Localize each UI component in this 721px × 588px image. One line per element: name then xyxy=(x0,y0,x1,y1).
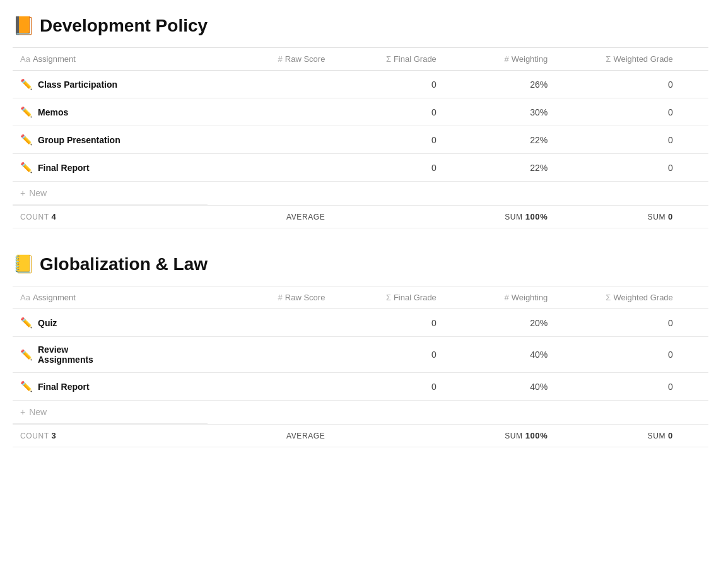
assignment-name: ReviewAssignments xyxy=(38,344,93,365)
table-row[interactable]: ✏️Quiz020%0 xyxy=(13,309,708,337)
weighted-grade-cell: 0 xyxy=(555,373,681,401)
pencil-icon: ✏️ xyxy=(20,349,33,361)
plus-icon: + xyxy=(20,407,25,417)
weighting-cell: 40% xyxy=(444,373,555,401)
col-header-weighted: ΣWeighted Grade xyxy=(555,286,681,309)
table-row[interactable]: ✏️Memos030%0 xyxy=(13,98,708,126)
footer-count: COUNT 4 xyxy=(13,206,208,228)
final-grade-cell: 0 xyxy=(332,337,443,373)
raw-score-cell xyxy=(208,309,333,337)
new-row-cell[interactable]: +New xyxy=(13,401,208,424)
footer-extra xyxy=(681,206,708,228)
new-row[interactable]: +New xyxy=(13,182,708,206)
new-row[interactable]: +New xyxy=(13,401,708,425)
table-row[interactable]: ✏️Final Report022%0 xyxy=(13,154,708,182)
assignment-name: Final Report xyxy=(38,382,90,392)
weighted-grade-cell: 0 xyxy=(555,71,681,98)
footer-sum-weighting: SUM 100% xyxy=(444,206,555,228)
assignment-name: Group Presentation xyxy=(38,135,120,145)
weighting-cell: 30% xyxy=(444,98,555,126)
table-row[interactable]: ✏️Class Participation026%0 xyxy=(13,71,708,98)
col-icon-finalgrade: Σ xyxy=(386,293,391,302)
new-row-empty xyxy=(555,182,681,206)
footer-sum-weighted: SUM 0 xyxy=(555,425,681,447)
assignment-name: Class Participation xyxy=(38,79,117,90)
footer-sum-weighted: SUM 0 xyxy=(555,206,681,228)
weighted-grade-cell: 0 xyxy=(555,98,681,126)
weighted-grade-cell: 0 xyxy=(555,126,681,154)
footer-count: COUNT 3 xyxy=(13,425,208,447)
section-emoji: 📒 xyxy=(13,254,35,274)
col-header-assignment: AaAssignment xyxy=(13,286,208,309)
section-globalization-law: 📒Globalization & LawAaAssignment#Raw Sco… xyxy=(13,254,708,447)
col-header-weighting: #Weighting xyxy=(444,48,555,71)
weighting-cell: 22% xyxy=(444,126,555,154)
table-row[interactable]: ✏️ReviewAssignments040%0 xyxy=(13,337,708,373)
section-emoji: 📙 xyxy=(13,15,35,36)
assignment-cell: ✏️Group Presentation xyxy=(13,126,208,154)
pencil-icon: ✏️ xyxy=(20,78,33,90)
final-grade-cell: 0 xyxy=(332,98,443,126)
footer-row: COUNT 3AVERAGESUM 100%SUM 0 xyxy=(13,425,708,447)
assignment-name: Memos xyxy=(38,107,68,117)
pencil-icon: ✏️ xyxy=(20,134,33,146)
new-row-empty xyxy=(332,401,443,425)
pencil-icon: ✏️ xyxy=(20,162,33,173)
col-icon-weighted: Σ xyxy=(606,54,611,64)
col-icon-assignment: Aa xyxy=(20,54,30,64)
new-row-empty xyxy=(681,401,708,425)
weighted-grade-cell: 0 xyxy=(555,309,681,337)
footer-average: AVERAGE xyxy=(208,425,333,447)
new-row-empty xyxy=(208,182,333,206)
raw-score-cell xyxy=(208,154,333,182)
weighted-grade-cell: 0 xyxy=(555,154,681,182)
assignment-cell: ✏️Memos xyxy=(13,98,208,126)
col-header-finalgrade: ΣFinal Grade xyxy=(332,286,443,309)
col-icon-rawscore: # xyxy=(278,293,283,302)
new-label: New xyxy=(29,407,47,417)
pencil-icon: ✏️ xyxy=(20,380,33,392)
assignment-cell: ✏️Quiz xyxy=(13,309,208,337)
final-grade-cell: 0 xyxy=(332,309,443,337)
count-value: 4 xyxy=(51,212,56,221)
final-grade-cell: 0 xyxy=(332,154,443,182)
new-row-empty xyxy=(555,401,681,425)
assignment-cell: ✏️Final Report xyxy=(13,154,208,182)
col-header-finalgrade: ΣFinal Grade xyxy=(332,48,443,71)
section-title: 📒Globalization & Law xyxy=(13,254,708,274)
col-header-weighting: #Weighting xyxy=(444,286,555,309)
footer-final-empty xyxy=(332,206,443,228)
new-row-cell[interactable]: +New xyxy=(13,182,208,205)
col-header-extra xyxy=(681,286,708,309)
table-row[interactable]: ✏️Group Presentation022%0 xyxy=(13,126,708,154)
raw-score-cell xyxy=(208,337,333,373)
footer-average: AVERAGE xyxy=(208,206,333,228)
col-header-weighted: ΣWeighted Grade xyxy=(555,48,681,71)
col-icon-assignment: Aa xyxy=(20,293,30,302)
assignment-cell: ✏️Class Participation xyxy=(13,71,208,98)
row-extra xyxy=(681,373,708,401)
new-row-empty xyxy=(208,401,333,425)
new-label: New xyxy=(29,188,47,198)
col-icon-rawscore: # xyxy=(278,54,283,64)
row-extra xyxy=(681,154,708,182)
plus-icon: + xyxy=(20,188,25,198)
raw-score-cell xyxy=(208,126,333,154)
section-title-text: Development Policy xyxy=(40,16,208,36)
sum-weighted-value: 0 xyxy=(668,212,673,221)
row-extra xyxy=(681,71,708,98)
weighting-cell: 26% xyxy=(444,71,555,98)
col-icon-weighting: # xyxy=(505,54,509,64)
assignment-name: Quiz xyxy=(38,318,57,328)
col-icon-weighting: # xyxy=(505,293,509,302)
col-header-rawscore: #Raw Score xyxy=(208,48,333,71)
new-row-empty xyxy=(332,182,443,206)
final-grade-cell: 0 xyxy=(332,71,443,98)
table-row[interactable]: ✏️Final Report040%0 xyxy=(13,373,708,401)
weighting-cell: 40% xyxy=(444,337,555,373)
new-row-empty xyxy=(444,182,555,206)
col-header-extra xyxy=(681,48,708,71)
pencil-icon: ✏️ xyxy=(20,106,33,118)
raw-score-cell xyxy=(208,71,333,98)
footer-extra xyxy=(681,425,708,447)
